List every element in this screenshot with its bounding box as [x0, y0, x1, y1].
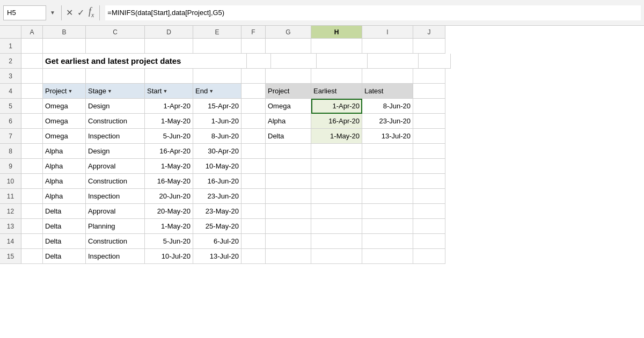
cell-J5[interactable] [413, 99, 445, 114]
cell-C8[interactable]: Design [86, 144, 145, 159]
cell-C4-stage[interactable]: Stage ▼ [86, 84, 145, 99]
cell-J1[interactable] [413, 39, 445, 54]
col-header-J[interactable]: J [413, 26, 445, 39]
cell-D5[interactable]: 1-Apr-20 [145, 99, 193, 114]
row-header-3[interactable]: 3 [0, 69, 21, 84]
cell-E13[interactable]: 25-May-20 [193, 219, 241, 234]
cell-I5[interactable]: 8-Jun-20 [362, 99, 413, 114]
col-header-C[interactable]: C [86, 26, 145, 39]
name-box-arrow[interactable]: ▼ [48, 5, 57, 20]
row-header-6[interactable]: 6 [0, 114, 21, 129]
cell-I9[interactable] [362, 159, 413, 174]
cell-H8[interactable] [311, 144, 362, 159]
row-header-15[interactable]: 15 [0, 249, 21, 264]
cell-D8[interactable]: 16-Apr-20 [145, 144, 193, 159]
cell-A9[interactable] [21, 159, 43, 174]
cell-G4-project[interactable]: Project [266, 84, 311, 99]
cell-H2[interactable] [317, 54, 368, 69]
cell-G10[interactable] [266, 174, 311, 189]
cell-C5[interactable]: Design [86, 99, 145, 114]
cell-J11[interactable] [413, 189, 445, 204]
cell-E10[interactable]: 16-Jun-20 [193, 174, 241, 189]
cell-D11[interactable]: 20-Jun-20 [145, 189, 193, 204]
cell-E15[interactable]: 13-Jul-20 [193, 249, 241, 264]
cell-D6[interactable]: 1-May-20 [145, 114, 193, 129]
cell-I11[interactable] [362, 189, 413, 204]
cell-J9[interactable] [413, 159, 445, 174]
row-header-4[interactable]: 4 [0, 84, 21, 99]
formula-input[interactable] [105, 5, 641, 20]
cell-H4-earliest[interactable]: Earliest [311, 84, 362, 99]
cell-D15[interactable]: 10-Jul-20 [145, 249, 193, 264]
cell-E14[interactable]: 6-Jul-20 [193, 234, 241, 249]
cell-B6[interactable]: Omega [43, 114, 86, 129]
cell-J6[interactable] [413, 114, 445, 129]
cell-A11[interactable] [21, 189, 43, 204]
row-header-8[interactable]: 8 [0, 144, 21, 159]
cell-I8[interactable] [362, 144, 413, 159]
cell-A6[interactable] [21, 114, 43, 129]
cell-D1[interactable] [145, 39, 193, 54]
cell-J8[interactable] [413, 144, 445, 159]
cell-F3[interactable] [241, 69, 266, 84]
cell-B10[interactable]: Alpha [43, 174, 86, 189]
cell-B12[interactable]: Delta [43, 204, 86, 219]
row-header-11[interactable]: 11 [0, 189, 21, 204]
cell-H7[interactable]: 1-May-20 [311, 129, 362, 144]
cell-A13[interactable] [21, 219, 43, 234]
cell-J2[interactable] [419, 54, 451, 69]
cell-C10[interactable]: Construction [86, 174, 145, 189]
cell-H9[interactable] [311, 159, 362, 174]
cell-F14[interactable] [241, 234, 266, 249]
name-box[interactable]: H5 [3, 5, 46, 20]
cell-G6[interactable]: Alpha [266, 114, 311, 129]
cell-F5[interactable] [241, 99, 266, 114]
cell-I4-latest[interactable]: Latest [362, 84, 413, 99]
cell-D14[interactable]: 5-Jun-20 [145, 234, 193, 249]
cell-G5[interactable]: Omega [266, 99, 311, 114]
col-header-E[interactable]: E [193, 26, 241, 39]
cell-B7[interactable]: Omega [43, 129, 86, 144]
cell-A1[interactable] [21, 39, 43, 54]
cell-E7[interactable]: 8-Jun-20 [193, 129, 241, 144]
cell-I15[interactable] [362, 249, 413, 264]
cell-A4[interactable] [21, 84, 43, 99]
cell-J12[interactable] [413, 204, 445, 219]
cell-E3[interactable] [193, 69, 241, 84]
cell-F13[interactable] [241, 219, 266, 234]
col-header-A[interactable]: A [21, 26, 43, 39]
cell-H10[interactable] [311, 174, 362, 189]
cell-E4-end[interactable]: End ▼ [193, 84, 241, 99]
cell-B15[interactable]: Delta [43, 249, 86, 264]
row-header-2[interactable]: 2 [0, 54, 21, 69]
cell-B9[interactable]: Alpha [43, 159, 86, 174]
cell-J4[interactable] [413, 84, 445, 99]
col-header-D[interactable]: D [145, 26, 193, 39]
row-header-14[interactable]: 14 [0, 234, 21, 249]
cell-D10[interactable]: 16-May-20 [145, 174, 193, 189]
cell-I2[interactable] [368, 54, 419, 69]
cell-A5[interactable] [21, 99, 43, 114]
cell-I13[interactable] [362, 219, 413, 234]
cell-I6[interactable]: 23-Jun-20 [362, 114, 413, 129]
cell-B1[interactable] [43, 39, 86, 54]
cell-C15[interactable]: Inspection [86, 249, 145, 264]
cell-H12[interactable] [311, 204, 362, 219]
cell-I7[interactable]: 13-Jul-20 [362, 129, 413, 144]
cell-H5[interactable]: 1-Apr-20 [311, 99, 362, 114]
cell-C1[interactable] [86, 39, 145, 54]
cell-E5[interactable]: 15-Apr-20 [193, 99, 241, 114]
cell-F12[interactable] [241, 204, 266, 219]
cell-G15[interactable] [266, 249, 311, 264]
cell-H13[interactable] [311, 219, 362, 234]
cell-A12[interactable] [21, 204, 43, 219]
cell-E8[interactable]: 30-Apr-20 [193, 144, 241, 159]
cell-F10[interactable] [241, 174, 266, 189]
cell-J3[interactable] [413, 69, 445, 84]
cell-F2[interactable] [247, 54, 271, 69]
cell-J14[interactable] [413, 234, 445, 249]
cell-A10[interactable] [21, 174, 43, 189]
cell-H6[interactable]: 16-Apr-20 [311, 114, 362, 129]
cell-J7[interactable] [413, 129, 445, 144]
cell-B13[interactable]: Delta [43, 219, 86, 234]
